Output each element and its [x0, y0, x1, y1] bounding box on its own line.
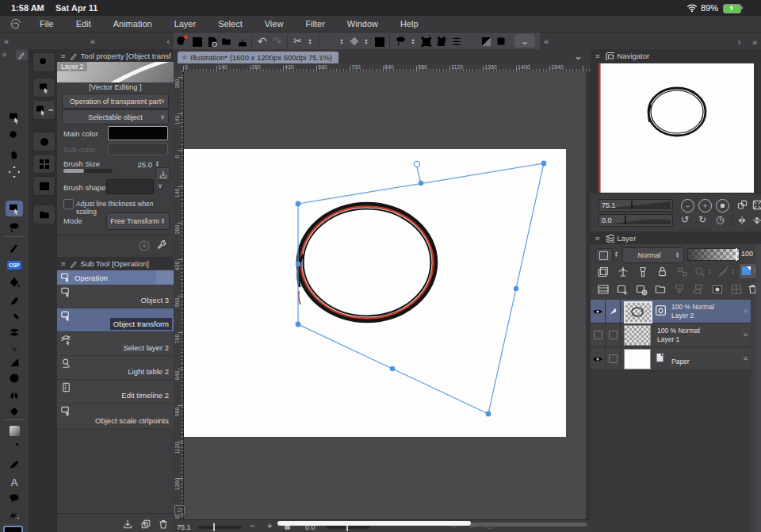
paper-editing-checkbox[interactable]	[609, 354, 618, 363]
ruler-corner-icon[interactable]: ⊡	[174, 505, 185, 515]
menu-filter[interactable]: Filter	[294, 19, 335, 29]
panel-forward-icon[interactable]: ›	[734, 37, 745, 47]
tool-airbrush-icon[interactable]	[6, 308, 23, 324]
lasso-stepper[interactable]: ▲▼	[408, 38, 418, 44]
layer1-grip-icon[interactable]: ≡	[744, 331, 748, 339]
wrench-settings-icon[interactable]	[155, 239, 167, 251]
subtool-item-object3[interactable]: Object 3	[57, 285, 174, 308]
object-list-button[interactable]: ≔	[33, 100, 55, 120]
reference-layer-icon[interactable]	[617, 266, 629, 277]
open-clip-studio-icon[interactable]	[174, 34, 189, 48]
menu-edit[interactable]: Edit	[65, 19, 102, 29]
subtool-duplicate-icon[interactable]	[140, 519, 151, 530]
blend-diamond-icon[interactable]	[346, 34, 361, 48]
main-color-swatch[interactable]	[3, 526, 23, 532]
canvas-zoom-value[interactable]: 75.1	[177, 523, 191, 531]
subtool-item-object-transform[interactable]: Object transform	[57, 308, 174, 332]
brush-size-value[interactable]: 25.0	[132, 160, 152, 169]
new-layer-folder-icon[interactable]	[654, 283, 667, 295]
menu-file[interactable]: File	[29, 19, 65, 29]
zoom-out-icon[interactable]: −	[250, 521, 254, 530]
navigator-menu-icon[interactable]: ≡	[591, 52, 605, 60]
tool-move-icon[interactable]	[6, 164, 23, 180]
menu-animation[interactable]: Animation	[102, 19, 163, 29]
navigator-fullscreen-icon[interactable]	[751, 199, 761, 211]
tool-hand-icon[interactable]	[6, 146, 23, 162]
blend-mode-dropdown[interactable]: Normal ▲▼	[622, 247, 684, 263]
tool-figure-icon[interactable]	[6, 370, 23, 386]
navigator-zoom-in-icon[interactable]: +	[698, 199, 712, 212]
canvas-hscrollbar[interactable]	[471, 522, 587, 526]
layer2-thumbnail[interactable]	[624, 301, 652, 323]
brush-shape-preview[interactable]	[106, 179, 154, 194]
tool-eyedropper-icon[interactable]	[6, 439, 23, 455]
layer1-thumbnail[interactable]	[624, 325, 651, 346]
subtool-item-edit-timeline[interactable]: Edit timeline 2	[57, 380, 174, 404]
sub-tool-group-operation[interactable]: Operation	[57, 270, 174, 285]
sub-tool-menu-icon[interactable]: ≡	[57, 259, 70, 268]
tool-lasso-icon[interactable]	[6, 220, 23, 235]
layer-menu-icon[interactable]: ≡	[591, 234, 605, 243]
layer2-grip-icon[interactable]: ≡	[744, 307, 748, 315]
subtool-item-scale-ctrlpoints[interactable]: Object scale ctrlpoints	[57, 404, 174, 429]
lock-layer-icon[interactable]	[656, 266, 668, 277]
create-layer-mask-icon[interactable]	[711, 283, 724, 296]
skew-icon[interactable]	[433, 34, 448, 48]
layer1-editing-checkbox[interactable]	[609, 331, 618, 339]
collapse-right-panels-icon[interactable]: «	[540, 36, 553, 46]
tool-operation-icon[interactable]	[6, 109, 23, 125]
tool-object-icon[interactable]	[6, 201, 23, 216]
collapse-toolprop-icon[interactable]: «	[86, 36, 99, 46]
navigator-match-size-icon[interactable]	[736, 199, 748, 211]
canvas-zoom-slider[interactable]	[197, 526, 242, 529]
opacity-slider[interactable]	[687, 248, 740, 261]
tool-decoration-icon[interactable]	[6, 324, 23, 340]
layer-panel-scrollbar[interactable]	[755, 244, 761, 532]
tool-grass-brush-icon[interactable]	[6, 339, 23, 355]
subtool-import-icon[interactable]	[122, 519, 133, 530]
tool-csp-brush-icon[interactable]: CSP	[6, 257, 23, 273]
undo-icon[interactable]: ↶	[254, 34, 270, 48]
transparent-part-dropdown[interactable]: Operation of transparent part ∨	[62, 94, 169, 109]
canvas-rotate-slider[interactable]	[326, 526, 370, 529]
paper-visibility-eye-icon[interactable]	[591, 347, 605, 370]
layer2-visibility-eye-icon[interactable]	[591, 300, 605, 323]
navigator-reset-rotate-icon[interactable]: ◷	[716, 214, 724, 225]
subtool-item-select-layer[interactable]: Select layer 2	[57, 332, 174, 356]
brush-size-slider[interactable]	[63, 169, 113, 173]
new-raster-layer-icon[interactable]	[616, 283, 629, 296]
blend-thumb-button[interactable]	[595, 248, 613, 262]
navigator-fit-icon[interactable]	[716, 199, 729, 212]
document-tab-chevron-icon[interactable]: ⌄	[574, 50, 583, 62]
new-file-icon[interactable]	[204, 34, 219, 48]
navigator-flip-horizontal-icon[interactable]	[736, 215, 748, 226]
layer-row-paper[interactable]: Paper ≡	[591, 347, 751, 371]
subview-button[interactable]	[33, 52, 55, 72]
tool-fill-icon[interactable]	[6, 274, 23, 290]
back-icon[interactable]: ‹	[163, 36, 174, 46]
navigator-zoom-out-icon[interactable]: −	[681, 199, 694, 212]
navigator-preview-area[interactable]	[591, 62, 761, 194]
material-folder-button[interactable]	[33, 205, 55, 224]
tool-gradient-icon[interactable]	[6, 423, 23, 438]
menu-select[interactable]: Select	[207, 19, 254, 29]
tool-balloon-icon[interactable]	[6, 491, 23, 507]
clip-to-layer-below-icon[interactable]	[597, 266, 609, 277]
tool-kneaded-eraser-icon[interactable]	[6, 404, 23, 419]
layer2-editing-pen-icon[interactable]	[606, 300, 620, 323]
lasso-select-icon[interactable]	[393, 34, 408, 48]
csp-logo-icon[interactable]	[10, 17, 22, 30]
tool-ruler-icon[interactable]	[6, 354, 23, 370]
selectable-object-dropdown[interactable]: Selectable object ∨	[62, 109, 169, 124]
tool-feather-icon[interactable]	[6, 457, 23, 473]
tool-blend-icon[interactable]	[6, 387, 23, 403]
tool-pen-icon[interactable]	[6, 239, 23, 255]
cut-icon[interactable]: ✂	[290, 34, 305, 48]
tool-palette-tab-pen-icon[interactable]	[16, 50, 28, 60]
menu-layer[interactable]: Layer	[163, 19, 208, 29]
tool-zoom-icon[interactable]	[6, 128, 23, 144]
blend-thumb-stepper[interactable]: ▲▼	[613, 251, 620, 257]
new-vector-layer-icon[interactable]	[635, 283, 648, 296]
navigator-flip-vertical-icon[interactable]	[751, 215, 761, 226]
collapse-tools-icon[interactable]: «	[0, 36, 13, 46]
